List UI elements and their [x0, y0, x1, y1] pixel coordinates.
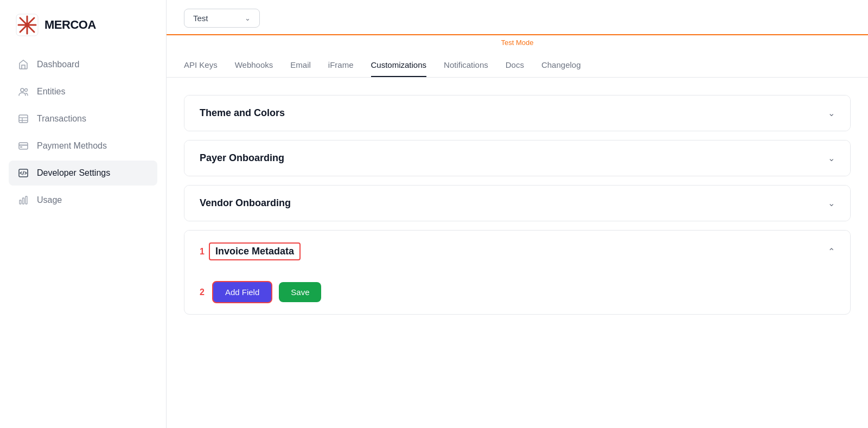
sidebar: MERCOA Dashboard Entities — [0, 0, 167, 428]
accordion-theme-colors: Theme and Colors ⌄ — [184, 95, 851, 131]
chevron-down-icon-vendor: ⌄ — [828, 198, 835, 208]
tab-docs[interactable]: Docs — [506, 56, 524, 77]
mercoa-wordmark: MERCOA — [44, 18, 96, 32]
svg-rect-8 — [19, 115, 28, 123]
sidebar-nav: Dashboard Entities — [0, 48, 166, 217]
accordion-title-vendor-onboarding: Vendor Onboarding — [200, 197, 291, 209]
svg-line-16 — [23, 171, 24, 175]
invoice-metadata-title-wrapper: 1 Invoice Metadata — [200, 242, 301, 260]
test-mode-label: Test Mode — [501, 39, 534, 47]
sidebar-item-label-entities: Entities — [37, 87, 65, 97]
sidebar-item-label-dashboard: Dashboard — [37, 60, 79, 69]
accordion-payer-onboarding: Payer Onboarding ⌄ — [184, 140, 851, 176]
code-icon — [17, 167, 29, 179]
sidebar-item-label-developer-settings: Developer Settings — [37, 168, 110, 178]
invoice-metadata-body: 2 Add Field Save — [184, 272, 850, 314]
svg-rect-19 — [25, 196, 27, 204]
content-area: Theme and Colors ⌄ Payer Onboarding ⌄ Ve… — [167, 78, 868, 428]
accordion-header-payer-onboarding[interactable]: Payer Onboarding ⌄ — [184, 140, 850, 176]
tab-iframe[interactable]: iFrame — [328, 56, 354, 77]
dropdown-value: Test — [193, 14, 208, 23]
svg-point-7 — [25, 89, 28, 92]
logo-area: MERCOA — [0, 0, 166, 48]
dropdown-wrapper: Test ⌄ — [167, 0, 868, 34]
tab-webhooks[interactable]: Webhooks — [235, 56, 273, 77]
chevron-up-icon-invoice: ⌃ — [828, 246, 835, 257]
table-icon — [17, 113, 29, 125]
sidebar-item-usage[interactable]: Usage — [9, 188, 157, 213]
bar-chart-icon — [17, 194, 29, 206]
svg-point-5 — [25, 23, 29, 27]
svg-rect-12 — [19, 143, 28, 149]
test-mode-bar: Test Mode — [167, 34, 868, 49]
sidebar-item-payment-methods[interactable]: Payment Methods — [9, 133, 157, 158]
tab-email[interactable]: Email — [290, 56, 311, 77]
main-content: Test ⌄ Test Mode API Keys Webhooks Email… — [167, 0, 868, 428]
card-icon — [17, 140, 29, 152]
accordion-title-theme-colors: Theme and Colors — [200, 107, 285, 119]
accordion-header-theme-colors[interactable]: Theme and Colors ⌄ — [184, 95, 850, 131]
add-field-button[interactable]: Add Field — [212, 281, 272, 303]
svg-rect-14 — [20, 146, 22, 148]
sidebar-item-entities[interactable]: Entities — [9, 79, 157, 104]
sidebar-item-dashboard[interactable]: Dashboard — [9, 52, 157, 77]
invoice-metadata-title-box: Invoice Metadata — [209, 242, 301, 260]
svg-rect-17 — [20, 200, 21, 204]
chevron-down-icon: ⌄ — [245, 14, 251, 22]
save-button[interactable]: Save — [279, 282, 321, 302]
accordion-vendor-onboarding: Vendor Onboarding ⌄ — [184, 185, 851, 221]
settings-tabs: API Keys Webhooks Email iFrame Customiza… — [167, 49, 868, 78]
tab-changelog[interactable]: Changelog — [541, 56, 581, 77]
sidebar-item-developer-settings[interactable]: Developer Settings — [9, 161, 157, 186]
accordion-header-vendor-onboarding[interactable]: Vendor Onboarding ⌄ — [184, 186, 850, 221]
environment-dropdown[interactable]: Test ⌄ — [184, 9, 260, 28]
accordion-header-invoice-metadata[interactable]: 1 Invoice Metadata ⌃ — [184, 231, 850, 272]
annotation-2: 2 — [200, 288, 205, 297]
tab-notifications[interactable]: Notifications — [444, 56, 488, 77]
sidebar-item-transactions[interactable]: Transactions — [9, 106, 157, 131]
tab-api-keys[interactable]: API Keys — [184, 56, 218, 77]
accordion-invoice-metadata: 1 Invoice Metadata ⌃ 2 Add Field Save — [184, 230, 851, 315]
svg-rect-18 — [23, 198, 24, 204]
sidebar-item-label-transactions: Transactions — [37, 114, 86, 124]
tab-customizations[interactable]: Customizations — [371, 56, 427, 77]
svg-point-6 — [21, 88, 24, 92]
invoice-metadata-title: Invoice Metadata — [215, 246, 294, 257]
users-icon — [17, 86, 29, 98]
chevron-down-icon-theme: ⌄ — [828, 108, 835, 118]
chevron-down-icon-payer: ⌄ — [828, 153, 835, 163]
sidebar-item-label-payment-methods: Payment Methods — [37, 141, 107, 151]
sidebar-item-label-usage: Usage — [37, 195, 62, 205]
annotation-1: 1 — [200, 247, 205, 257]
mercoa-logo-icon — [15, 13, 39, 37]
accordion-title-payer-onboarding: Payer Onboarding — [200, 152, 284, 164]
home-icon — [17, 59, 29, 71]
